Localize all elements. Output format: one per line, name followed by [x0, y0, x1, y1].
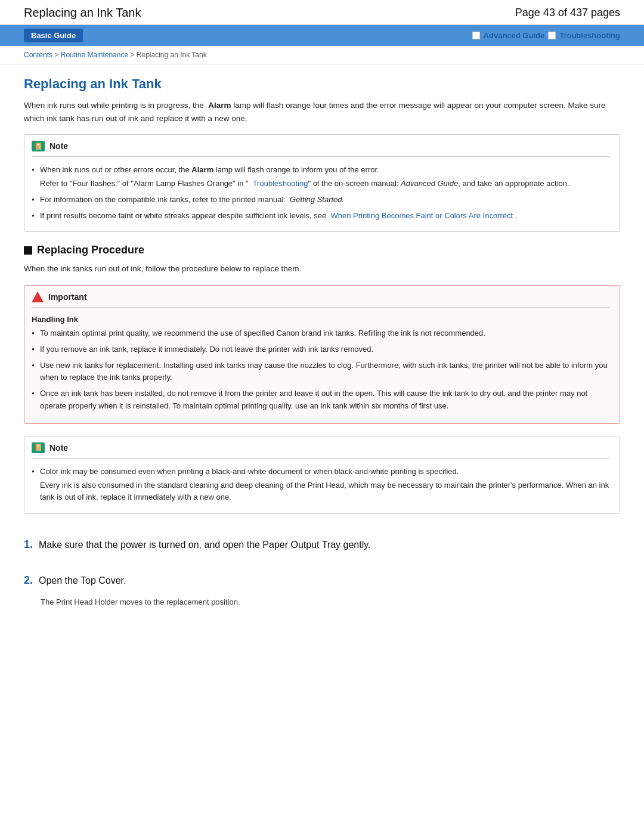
note-item-1: When ink runs out or other errors occur,…	[32, 164, 610, 190]
important-triangle-icon	[32, 292, 44, 302]
step-2-title: Open the Top Cover.	[39, 574, 126, 588]
steps-container: 1. Make sure that the power is turned on…	[24, 538, 620, 608]
handling-ink-label: Handling Ink	[32, 315, 610, 324]
page-main-title: Replacing an Ink Tank	[24, 76, 620, 92]
important-item-1: To maintain optimal print quality, we re…	[32, 327, 610, 340]
troubleshooting-link[interactable]: Troubleshooting	[559, 31, 620, 40]
note-list-2: Color ink may be consumed even when prin…	[32, 466, 610, 504]
step-2: 2. Open the Top Cover. The Print Head Ho…	[24, 574, 620, 608]
troubleshooting-link-inline[interactable]: Troubleshooting	[253, 179, 308, 188]
note-list-1: When ink runs out or other errors occur,…	[32, 164, 610, 222]
note-icon-1: 📔	[32, 141, 45, 151]
advanced-guide-checkbox[interactable]	[472, 32, 480, 39]
note-item-2: For information on the compatible ink ta…	[32, 194, 610, 206]
section-square-icon	[24, 246, 32, 255]
alarm-bold-2: Alarm	[191, 165, 213, 174]
note-subtext-2: Every ink is also consumed in the standa…	[40, 479, 610, 504]
note-item-2-1: Color ink may be consumed even when prin…	[32, 466, 610, 504]
nav-bar: Basic Guide Advanced Guide Troubleshooti…	[0, 25, 644, 46]
step-1-number: 1.	[24, 538, 33, 551]
breadcrumb: Contents > Routine Maintenance > Replaci…	[0, 46, 644, 64]
important-list: To maintain optimal print quality, we re…	[32, 327, 610, 413]
breadcrumb-routine-maintenance[interactable]: Routine Maintenance	[61, 51, 128, 59]
step-2-title-row: 2. Open the Top Cover.	[24, 574, 620, 592]
step-2-number: 2.	[24, 574, 33, 587]
note-item-3: If print results become faint or white s…	[32, 210, 610, 222]
basic-guide-tab[interactable]: Basic Guide	[24, 29, 83, 42]
page-title-header: Replacing an Ink Tank	[24, 6, 141, 20]
important-header: Important	[32, 292, 610, 302]
when-printing-link[interactable]: When Printing Becomes Faint or Colors Ar…	[331, 211, 513, 220]
getting-started-italic: Getting Started.	[290, 195, 344, 204]
alarm-bold-1: Alarm	[208, 101, 231, 110]
nav-right-links: Advanced Guide Troubleshooting	[472, 31, 620, 40]
advanced-guide-link[interactable]: Advanced Guide	[484, 31, 545, 40]
note-header-2: 📔 Note	[32, 442, 610, 453]
important-item-2: If you remove an ink tank, replace it im…	[32, 343, 610, 356]
replacing-procedure-heading: Replacing Procedure	[24, 244, 620, 256]
note-box-1: 📔 Note When ink runs out or other errors…	[24, 134, 620, 232]
page-number: Page 43 of 437 pages	[515, 7, 620, 19]
note-header-1: 📔 Note	[32, 141, 610, 151]
step-1-title-row: 1. Make sure that the power is turned on…	[24, 538, 620, 556]
troubleshooting-checkbox[interactable]	[548, 32, 556, 39]
step-1-title: Make sure that the power is turned on, a…	[39, 538, 370, 552]
important-item-4: Once an ink tank has been installed, do …	[32, 388, 610, 413]
note-box-2: 📔 Note Color ink may be consumed even wh…	[24, 436, 620, 514]
important-item-3: Use new ink tanks for replacement. Insta…	[32, 360, 610, 385]
step-2-sub: The Print Head Holder moves to the repla…	[41, 596, 620, 608]
breadcrumb-current: Replacing an Ink Tank	[137, 51, 207, 59]
replacing-procedure-intro: When the ink tanks run out of ink, follo…	[24, 262, 620, 275]
step-1: 1. Make sure that the power is turned on…	[24, 538, 620, 556]
advanced-guide-italic: Advanced Guide	[401, 179, 458, 188]
breadcrumb-contents[interactable]: Contents	[24, 51, 52, 59]
intro-paragraph: When ink runs out while printing is in p…	[24, 99, 620, 125]
note-icon-2: 📔	[32, 442, 45, 453]
main-content: Replacing an Ink Tank When ink runs out …	[0, 64, 644, 650]
note-subtext-1: Refer to "Four flashes:" of "Alarm Lamp …	[40, 178, 610, 190]
important-box: Important Handling Ink To maintain optim…	[24, 285, 620, 424]
top-bar: Replacing an Ink Tank Page 43 of 437 pag…	[0, 0, 644, 25]
